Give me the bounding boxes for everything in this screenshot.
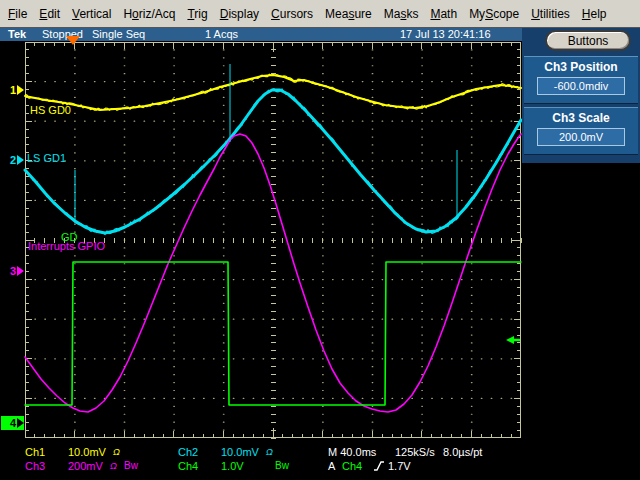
side-panel: Buttons Ch3 Position -600.0mdiv Ch3 Scal… (522, 27, 640, 163)
ch2-impedance-icon: Ω (266, 447, 273, 457)
marker-arrow-icon (17, 418, 24, 428)
trace-label-hs-gd0: HS GD0 (30, 104, 71, 116)
ch3-bandwidth-icon: Bw (124, 460, 138, 471)
menu-item-measure[interactable]: Measure (319, 7, 378, 21)
menu-item-cursors[interactable]: Cursors (265, 7, 319, 21)
trigger-source: Ch4 (342, 460, 362, 472)
menu-item-help[interactable]: Help (576, 7, 613, 21)
menu-item-file[interactable]: File (2, 7, 33, 21)
ch4-label[interactable]: Ch4 (178, 460, 198, 472)
channel-marker-3[interactable]: 3 (1, 264, 24, 278)
ch2-label[interactable]: Ch2 (178, 446, 198, 458)
buttons-button[interactable]: Buttons (545, 30, 631, 51)
trigger-level: 1.7V (388, 460, 411, 472)
channel-marker-4[interactable]: 4 (1, 416, 24, 430)
ch1-label[interactable]: Ch1 (25, 446, 45, 458)
ch4-scale: 1.0V (221, 460, 244, 472)
ch3-position-value[interactable]: -600.0mdiv (537, 77, 625, 95)
brand-label: Tek (8, 28, 26, 40)
waveform-ch4-gd (25, 262, 521, 405)
ch3-scale-title: Ch3 Scale (524, 111, 638, 125)
rising-edge-icon (374, 461, 385, 472)
ch4-bandwidth-icon: Bw (275, 460, 289, 471)
trigger-mode: A (328, 460, 335, 472)
ch1-scale: 10.0mV (68, 446, 106, 458)
acquisition-mode: Single Seq (92, 28, 145, 40)
menu-item-utilities[interactable]: Utilities (525, 7, 576, 21)
menu-item-horiz-acq[interactable]: Horiz/Acq (117, 7, 181, 21)
ch2-scale: 10.0mV (221, 446, 259, 458)
marker-arrow-icon (17, 266, 24, 276)
waveform-ch1-hs-gd0 (25, 75, 521, 110)
trigger-position-marker[interactable] (66, 36, 80, 45)
ch3-scale: 200mV (68, 460, 103, 472)
timebase-main: M 40.0ms (328, 446, 376, 458)
waveform-ch2-ls-gd1 (25, 90, 521, 233)
menu-item-trig[interactable]: Trig (181, 7, 213, 21)
trace-label-interrupts-gpio: Interrupts GPIO (28, 240, 105, 252)
resolution: 8.0µs/pt (443, 446, 482, 458)
menu-item-edit[interactable]: Edit (33, 7, 66, 21)
ch3-label[interactable]: Ch3 (25, 460, 45, 472)
sample-rate: 125kS/s (395, 446, 435, 458)
marker-arrow-icon (17, 155, 24, 165)
waveform-ch3-interrupts (25, 134, 521, 412)
menu-bar: File Edit Vertical Horiz/Acq Trig Displa… (0, 0, 640, 28)
ch3-impedance-icon: Ω (110, 461, 117, 471)
menu-item-display[interactable]: Display (214, 7, 265, 21)
trace-label-ls-gd1: LS GD1 (27, 152, 66, 164)
menu-item-vertical[interactable]: Vertical (66, 7, 117, 21)
ch3-scale-value[interactable]: 200.0mV (537, 128, 625, 146)
ch1-impedance-icon: Ω (113, 447, 120, 457)
channel-marker-1[interactable]: 1 (1, 83, 24, 97)
marker-arrow-icon (17, 85, 24, 95)
ch3-position-title: Ch3 Position (524, 60, 638, 74)
menu-item-myscope[interactable]: MyScope (463, 7, 525, 21)
ch3-scale-control: Ch3 Scale 200.0mV (524, 107, 638, 155)
channel-marker-2[interactable]: 2 (1, 153, 24, 167)
oscilloscope-screen: File Edit Vertical Horiz/Acq Trig Displa… (0, 0, 640, 480)
datetime-label: 17 Jul 13 20:41:16 (400, 28, 491, 40)
menu-item-masks[interactable]: Masks (378, 7, 425, 21)
acquisition-count: 1 Acqs (205, 28, 238, 40)
ch3-position-control: Ch3 Position -600.0mdiv (524, 56, 638, 104)
menu-item-math[interactable]: Math (424, 7, 463, 21)
